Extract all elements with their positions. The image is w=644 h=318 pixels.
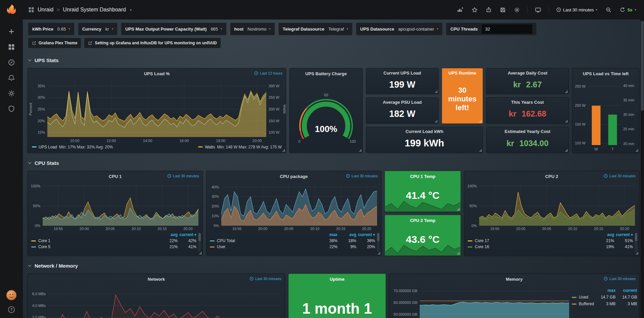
legend-column-header[interactable]: current ▾ bbox=[356, 232, 375, 237]
panel-title[interactable]: CPU package bbox=[280, 174, 308, 179]
legend-series-name[interactable]: Watts bbox=[205, 145, 215, 149]
sidebar-item-alerting[interactable] bbox=[0, 70, 23, 86]
refresh-picker[interactable]: 5s ▾ bbox=[619, 6, 637, 13]
legend-column-header[interactable]: current ▾ bbox=[178, 232, 196, 237]
row-toggle-cpu-stats[interactable]: CPU Stats bbox=[28, 157, 639, 168]
bar-T[interactable] bbox=[608, 115, 617, 145]
panel-resize-handle[interactable] bbox=[457, 252, 460, 255]
panel-resize-handle[interactable] bbox=[479, 120, 482, 123]
legend-series-name[interactable]: Core 5 bbox=[31, 244, 159, 249]
breadcrumb-page-title[interactable]: Unraid System Dashboard bbox=[63, 7, 126, 13]
sidebar-item-server-admin[interactable] bbox=[0, 101, 23, 117]
cpu1-chart[interactable]: 19:5520:0020:0520:1020:1520:200%50%100% bbox=[28, 181, 202, 232]
cpu-package-chart[interactable]: 19:5520:0020:0520:1020:1520:200%10%20%30… bbox=[206, 181, 381, 232]
ups-battery-gauge[interactable]: 050100100% bbox=[290, 79, 362, 152]
dashboard-link-1[interactable]: Setting up Grafana and InfluxDB for UPS … bbox=[84, 38, 220, 48]
panel-title[interactable]: CPU 2 Temp bbox=[410, 218, 435, 223]
share-dashboard-button[interactable] bbox=[485, 6, 493, 14]
sidebar-item-help[interactable]: ? bbox=[6, 306, 17, 313]
panel-title[interactable]: UPS Battery Charge bbox=[305, 71, 347, 76]
panel-title[interactable]: Current Load kWh bbox=[406, 129, 444, 134]
bar-W[interactable] bbox=[592, 106, 601, 145]
variable-value-kwh-price[interactable]: 0.65▾ bbox=[57, 27, 70, 32]
panel-resize-handle[interactable] bbox=[635, 149, 638, 152]
panel-title[interactable]: Uptime bbox=[330, 277, 344, 282]
star-dashboard-button[interactable] bbox=[471, 6, 478, 14]
page-scrollbar-thumb[interactable] bbox=[641, 21, 644, 111]
variable-value-currency[interactable]: kr▾ bbox=[105, 27, 113, 32]
panel-title[interactable]: CPU 1 bbox=[109, 174, 122, 179]
panel-resize-handle[interactable] bbox=[457, 208, 460, 211]
panel-resize-handle[interactable] bbox=[565, 120, 568, 123]
panel-resize-handle[interactable] bbox=[479, 149, 482, 152]
legend-scrollbar-thumb[interactable] bbox=[198, 233, 201, 241]
row-toggle-network-memory[interactable]: Network / Memory bbox=[28, 260, 639, 271]
panel-title[interactable]: UPS Runtime bbox=[449, 71, 476, 76]
legend-scrollbar-thumb[interactable] bbox=[635, 233, 637, 241]
memory-chart[interactable]: 50.000000 GB60.000000 GB70.000000 GB bbox=[389, 284, 572, 318]
panel-resize-handle[interactable] bbox=[359, 149, 362, 152]
time-range-picker[interactable]: Last 30 minutes ▾ bbox=[555, 6, 598, 13]
panel-resize-handle[interactable] bbox=[199, 252, 202, 255]
panel-title[interactable]: Estimated Yearly Cost bbox=[505, 129, 550, 134]
legend-column-header[interactable]: current ▾ bbox=[614, 232, 633, 237]
row-toggle-ups-stats[interactable]: UPS Stats bbox=[28, 55, 639, 65]
variable-value-ups-max-output-power-capacity-watt-[interactable]: 865▾ bbox=[211, 27, 222, 32]
legend-series-name[interactable]: UPS Load bbox=[39, 145, 57, 149]
breadcrumb-section[interactable]: Unraid bbox=[38, 7, 53, 13]
legend-scrollbar[interactable] bbox=[635, 233, 637, 252]
grafana-logo[interactable] bbox=[5, 4, 17, 16]
panel-title[interactable]: Average PSU Load bbox=[383, 100, 422, 105]
legend-column-header[interactable]: max bbox=[319, 232, 337, 237]
zoom-out-time-button[interactable] bbox=[605, 6, 612, 14]
panel-title[interactable]: Average Daily Cost bbox=[508, 71, 547, 76]
panel-resize-handle[interactable] bbox=[434, 120, 438, 123]
load-vs-time-chart[interactable]: 100 W150 W200 W250 W20 min25 min30 min35… bbox=[572, 79, 639, 152]
legend-series-name[interactable]: User bbox=[210, 244, 319, 249]
panel-resize-handle[interactable] bbox=[377, 252, 380, 255]
variable-value-telegraf-datasource[interactable]: Telegraf▾ bbox=[328, 27, 348, 32]
cpu2-chart[interactable]: 19:5520:0020:0520:1020:1520:200%50%100% bbox=[464, 181, 639, 232]
panel-title[interactable]: Current UPS Load bbox=[383, 71, 421, 76]
legend-series-name[interactable]: Used bbox=[572, 295, 594, 300]
page-scrollbar[interactable] bbox=[641, 0, 644, 318]
variable-input-cpu-threads[interactable] bbox=[482, 25, 532, 34]
legend-column-header[interactable]: current bbox=[615, 288, 637, 293]
legend-scrollbar-thumb[interactable] bbox=[377, 233, 379, 241]
panel-title[interactable]: UPS Load % bbox=[144, 71, 170, 76]
network-chart[interactable]: 2.0 MBs4.0 MBs6.0 MBs bbox=[28, 284, 285, 318]
legend-series-name[interactable]: Buffered bbox=[572, 302, 594, 306]
sidebar-item-create[interactable] bbox=[0, 24, 23, 39]
ups-load-chart[interactable]: 10:0012:0014:0016:0018:0020:0015%20%25%3… bbox=[28, 79, 286, 144]
legend-column-header[interactable]: max bbox=[594, 288, 615, 293]
legend-series-name[interactable]: Core 17 bbox=[468, 238, 595, 243]
legend-column-header[interactable]: avg bbox=[337, 232, 356, 237]
sidebar-item-explore[interactable] bbox=[0, 55, 23, 70]
panel-resize-handle[interactable] bbox=[434, 90, 438, 93]
panel-title[interactable]: CPU 2 bbox=[545, 174, 558, 179]
legend-column-header[interactable]: avg bbox=[159, 232, 178, 237]
panel-resize-handle[interactable] bbox=[565, 90, 568, 93]
user-avatar-button[interactable] bbox=[6, 290, 17, 301]
add-panel-button[interactable] bbox=[456, 6, 464, 13]
legend-series-name[interactable]: CPU Total bbox=[210, 238, 319, 243]
panel-title[interactable]: Memory bbox=[506, 277, 523, 282]
variable-value-ups-datasource[interactable]: apcupsd-container▾ bbox=[398, 27, 439, 32]
legend-series-name[interactable]: Core 16 bbox=[468, 244, 595, 249]
variable-value-host[interactable]: Nostromo▾ bbox=[247, 27, 271, 32]
panel-title[interactable]: This Years Cost bbox=[511, 100, 544, 105]
panel-title[interactable]: UPS Load vs Time left bbox=[583, 71, 629, 76]
save-dashboard-button[interactable] bbox=[499, 6, 507, 14]
panel-resize-handle[interactable] bbox=[282, 149, 285, 152]
dashboard-link-0[interactable]: Grafana Plex Theme bbox=[28, 38, 81, 48]
panel-title[interactable]: CPU 1 Temp bbox=[410, 174, 435, 179]
legend-scrollbar[interactable] bbox=[377, 233, 379, 252]
legend-scrollbar[interactable] bbox=[198, 233, 201, 252]
panel-resize-handle[interactable] bbox=[635, 252, 638, 255]
legend-series-name[interactable]: Core 1 bbox=[31, 238, 159, 243]
panel-title[interactable]: Network bbox=[148, 277, 165, 282]
sidebar-item-configuration[interactable] bbox=[0, 86, 23, 101]
sidebar-item-dashboards[interactable] bbox=[0, 39, 23, 55]
legend-column-header[interactable]: avg bbox=[595, 232, 614, 237]
cycle-view-mode-button[interactable] bbox=[534, 6, 542, 14]
